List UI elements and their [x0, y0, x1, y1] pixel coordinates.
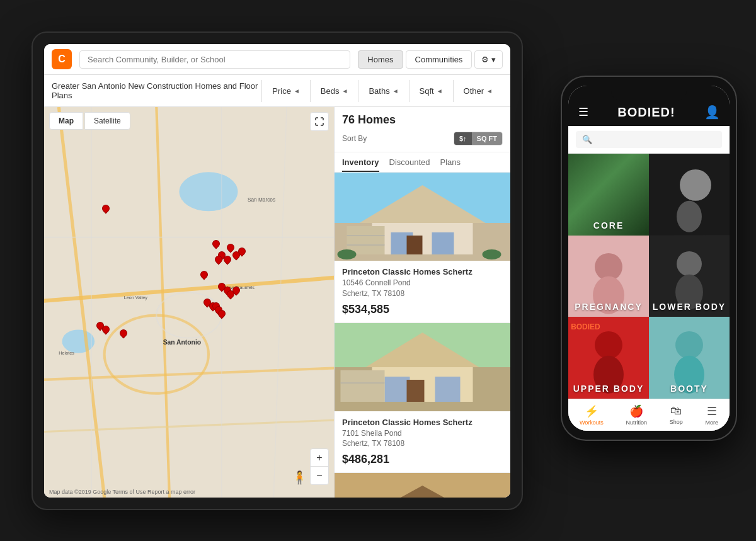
- svg-rect-35: [385, 377, 410, 402]
- map-area[interactable]: San Antonio San Marcos New Braunfels Hel…: [44, 107, 334, 498]
- beds-filter-btn[interactable]: Beds ◄: [310, 80, 358, 102]
- panel-header: 76 Homes Sort By $↑ SQ FT: [335, 107, 510, 152]
- brand-logo: C: [52, 49, 72, 69]
- sqft-filter-label: Sqft: [420, 86, 434, 96]
- listing-info-2: Princeton Classic Homes Schertz 7101 She…: [335, 411, 510, 473]
- phone-bottom-nav: ⚡ Workouts 🍎 Nutrition 🛍 Shop ☰ More: [568, 399, 730, 431]
- pegman-icon[interactable]: 🧍: [292, 470, 307, 485]
- tablet-screen: C Homes Communities ⚙ ▾ Greater San Anto…: [44, 44, 510, 498]
- filter-buttons: Price ◄ Beds ◄ Baths ◄ Sqft ◄: [261, 80, 503, 102]
- listing-address-1: 10546 Connell Pond Schertz, TX 78108: [342, 278, 503, 299]
- baths-filter-label: Baths: [369, 86, 389, 96]
- grid-cell-pregnancy-label: PREGNANCY: [568, 302, 649, 312]
- sort-price-btn[interactable]: $↑: [454, 132, 472, 145]
- sort-sqft-btn[interactable]: SQ FT: [472, 132, 502, 145]
- listing-price-2: $486,281: [342, 453, 503, 466]
- grid-cell-booty[interactable]: BOOTY: [649, 317, 730, 399]
- other-filter-label: Other: [464, 86, 484, 96]
- settings-btn[interactable]: ⚙ ▾: [474, 50, 503, 69]
- listing-address-2: 7101 Sheila Pond Schertz, TX 78108: [342, 428, 503, 450]
- zoom-in-btn[interactable]: +: [311, 449, 328, 467]
- listing-card[interactable]: Princeton Classic Homes Schertz 7101 She…: [335, 323, 510, 474]
- phone-nav-more[interactable]: ☰ More: [706, 404, 719, 426]
- map-expand-btn[interactable]: [310, 112, 329, 131]
- listing-name-1: Princeton Classic Homes Schertz: [342, 267, 503, 276]
- phone-screen: ☰ BODIED! 👤 🔍 CORE: [568, 86, 730, 431]
- phone-notch: [611, 86, 687, 101]
- svg-point-49: [680, 169, 711, 201]
- tab-inventory[interactable]: Inventory: [342, 157, 379, 172]
- svg-text:San Marcos: San Marcos: [248, 197, 275, 203]
- svg-rect-26: [347, 226, 385, 254]
- phone-avatar-icon[interactable]: 👤: [704, 105, 719, 120]
- listings-scroll[interactable]: Princeton Classic Homes Schertz 10546 Co…: [335, 173, 510, 498]
- phone-nav-shop[interactable]: 🛍 Shop: [670, 404, 683, 426]
- map-attribution: Map data ©2019 Google Terms of Use Repor…: [49, 489, 195, 495]
- price-filter-arrow: ◄: [294, 88, 300, 94]
- sort-options: $↑ SQ FT: [454, 132, 503, 145]
- nutrition-icon: 🍎: [629, 404, 643, 418]
- svg-point-62: [675, 331, 703, 359]
- grid-cell-pregnancy[interactable]: PREGNANCY: [568, 236, 649, 317]
- phone-workout-grid: CORE PREGNANCY: [568, 154, 730, 399]
- grid-cell-upper[interactable]: BODIED UPPER BODY: [568, 317, 649, 399]
- shop-icon: 🛍: [670, 404, 682, 418]
- sqft-filter-btn[interactable]: Sqft ◄: [409, 80, 453, 102]
- grid-cell-lower-label: LOWER BODY: [649, 302, 730, 312]
- svg-point-30: [483, 249, 501, 259]
- tab-plans[interactable]: Plans: [440, 157, 461, 172]
- homes-nav-btn[interactable]: Homes: [358, 50, 403, 69]
- more-icon: ☰: [707, 404, 717, 418]
- communities-nav-btn[interactable]: Communities: [406, 50, 472, 69]
- scene: C Homes Communities ⚙ ▾ Greater San Anto…: [0, 0, 756, 541]
- sort-row: Sort By $↑ SQ FT: [342, 132, 503, 145]
- svg-point-29: [338, 249, 357, 259]
- svg-point-1: [180, 172, 238, 211]
- grid-cell-core[interactable]: CORE: [568, 154, 649, 236]
- right-panel: 76 Homes Sort By $↑ SQ FT Inventory Disc…: [334, 107, 510, 498]
- svg-rect-38: [341, 370, 385, 402]
- listing-image-1: [335, 173, 510, 261]
- filter-bar: Greater San Antonio New Construction Hom…: [44, 75, 510, 107]
- listing-price-1: $534,585: [342, 303, 503, 316]
- svg-rect-24: [432, 232, 454, 254]
- price-filter-label: Price: [272, 86, 291, 96]
- price-filter-btn[interactable]: Price ◄: [261, 80, 310, 102]
- beds-filter-label: Beds: [321, 86, 340, 96]
- map-view-tab[interactable]: Map: [49, 112, 83, 130]
- homes-count: 76 Homes: [342, 113, 503, 127]
- baths-filter-btn[interactable]: Baths ◄: [358, 80, 408, 102]
- beds-filter-arrow: ◄: [341, 88, 348, 94]
- svg-text:BODIED: BODIED: [571, 322, 600, 331]
- grid-cell-lower[interactable]: LOWER BODY: [649, 236, 730, 317]
- listing-image-3: [335, 473, 510, 498]
- shop-label: Shop: [670, 419, 683, 425]
- phone-search-input[interactable]: 🔍: [576, 131, 722, 148]
- listing-image-2: [335, 323, 510, 411]
- svg-text:San Antonio: San Antonio: [163, 339, 201, 346]
- sort-label: Sort By: [342, 134, 367, 143]
- svg-rect-37: [407, 380, 425, 402]
- phone-device: ☰ BODIED! 👤 🔍 CORE: [561, 76, 737, 441]
- listing-card[interactable]: Princeton Classic Homes Schertz 10546 Co…: [335, 173, 510, 323]
- phone-nav-workouts[interactable]: ⚡ Workouts: [580, 404, 604, 426]
- listing-card[interactable]: Perry Homes @ Kallison 14223 Shetland Wa…: [335, 473, 510, 498]
- other-filter-btn[interactable]: Other ◄: [453, 80, 503, 102]
- other-filter-arrow: ◄: [486, 88, 493, 94]
- phone-nav-nutrition[interactable]: 🍎 Nutrition: [626, 404, 648, 426]
- listing-info-1: Princeton Classic Homes Schertz 10546 Co…: [335, 261, 510, 322]
- tab-discounted[interactable]: Discounted: [389, 157, 430, 172]
- phone-menu-icon[interactable]: ☰: [578, 105, 588, 119]
- search-input[interactable]: [79, 50, 350, 69]
- svg-point-58: [595, 331, 622, 359]
- baths-filter-arrow: ◄: [392, 88, 399, 94]
- satellite-view-tab[interactable]: Satellite: [84, 112, 130, 130]
- zoom-out-btn[interactable]: −: [311, 467, 328, 484]
- more-label: More: [706, 419, 719, 426]
- svg-rect-25: [407, 236, 423, 254]
- page-title: Greater San Antonio New Construction Hom…: [52, 75, 261, 106]
- tablet-header: C Homes Communities ⚙ ▾: [44, 44, 510, 75]
- map-view-tabs: Map Satellite: [49, 112, 130, 130]
- grid-cell-top-right[interactable]: [649, 154, 730, 236]
- svg-text:Helotes: Helotes: [59, 350, 74, 356]
